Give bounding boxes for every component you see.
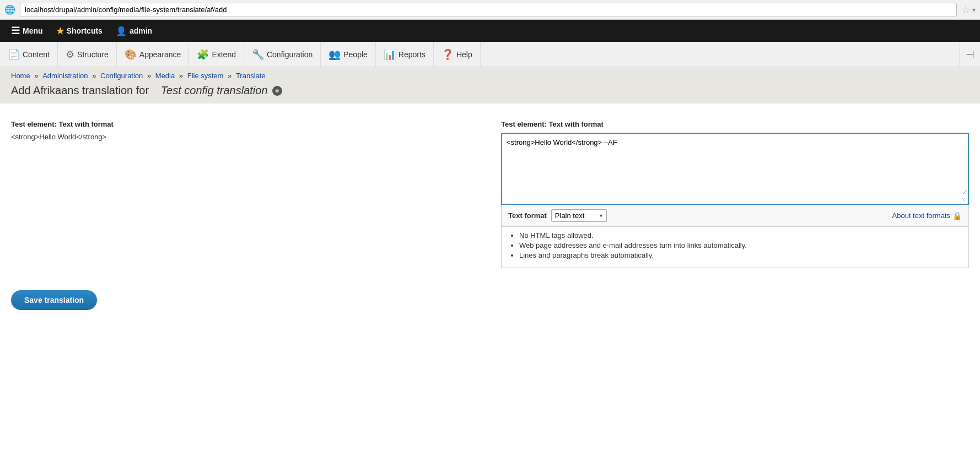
menu-item-content[interactable]: 📄 Content <box>0 42 58 67</box>
appearance-icon: 🎨 <box>125 48 137 61</box>
menu-item-extend[interactable]: 🧩 Extend <box>189 42 244 67</box>
about-text-formats-label: About text formats <box>892 211 951 220</box>
nav-bar: ☰ Menu ★ Shortcuts 👤 admin <box>0 20 980 42</box>
page-title: Add Afrikaans translation for Test confi… <box>11 84 969 97</box>
breadcrumb-translate[interactable]: Translate <box>236 72 266 80</box>
about-text-formats-link[interactable]: About text formats 🔒 <box>892 211 962 220</box>
breadcrumb-sep-3: » <box>147 72 153 80</box>
format-hint-1: No HTML tags allowed. <box>519 231 962 240</box>
extend-icon: 🧩 <box>197 48 209 61</box>
main-content: Test element: Text with format <strong>H… <box>0 104 980 327</box>
save-translation-button[interactable]: Save translation <box>11 290 97 310</box>
menu-bar: 📄 Content ⚙ Structure 🎨 Appearance 🧩 Ext… <box>0 42 980 67</box>
breadcrumb: Home » Administration » Configuration » … <box>11 72 969 80</box>
breadcrumb-configuration[interactable]: Configuration <box>100 72 143 80</box>
menu-item-reports-label: Reports <box>399 50 426 59</box>
structure-icon: ⚙ <box>66 48 74 61</box>
translation-field-label: Test element: Text with format <box>501 120 969 128</box>
reports-icon: 📊 <box>384 48 396 61</box>
shortcuts-nav-item[interactable]: ★ Shortcuts <box>50 20 109 42</box>
menu-item-appearance-label: Appearance <box>139 50 181 59</box>
page-title-italic: Test config translation <box>161 84 268 97</box>
menu-item-appearance[interactable]: 🎨 Appearance <box>117 42 190 67</box>
breadcrumb-media[interactable]: Media <box>155 72 175 80</box>
add-icon: + <box>272 86 282 96</box>
breadcrumb-administration[interactable]: Administration <box>42 72 88 80</box>
text-format-select-wrapper: Plain text Basic HTML Full HTML <box>551 209 607 222</box>
address-bar: 🌐 ☆ ▾ <box>0 0 980 20</box>
text-format-select[interactable]: Plain text Basic HTML Full HTML <box>551 209 607 222</box>
admin-label: admin <box>130 26 152 35</box>
original-field-label: Test element: Text with format <box>11 120 479 128</box>
menu-item-structure[interactable]: ⚙ Structure <box>58 42 117 67</box>
breadcrumb-sep-4: » <box>179 72 185 80</box>
menu-item-content-label: Content <box>23 50 50 59</box>
people-icon: 👥 <box>329 48 341 61</box>
menu-item-extend-label: Extend <box>212 50 236 59</box>
text-format-label: Text format <box>508 211 547 220</box>
collapse-button[interactable]: ⊣ <box>960 42 980 67</box>
menu-item-reports[interactable]: 📊 Reports <box>376 42 434 67</box>
lock-icon: 🔒 <box>952 211 962 220</box>
translation-field: Test element: Text with format <strong>H… <box>501 120 969 268</box>
globe-icon: 🌐 <box>4 4 15 15</box>
breadcrumb-home[interactable]: Home <box>11 72 30 80</box>
menu-item-people-label: People <box>343 50 368 59</box>
breadcrumb-sep-2: » <box>92 72 98 80</box>
menu-item-help[interactable]: ❓ Help <box>434 42 481 67</box>
menu-label: Menu <box>23 26 43 35</box>
original-field-value: <strong>Hello World</strong> <box>11 133 479 141</box>
text-format-bar: Text format Plain text Basic HTML Full H… <box>501 205 969 227</box>
translation-textarea[interactable]: <strong>Hello World</strong> –AF <box>502 134 968 194</box>
content-icon: 📄 <box>8 48 20 61</box>
url-input[interactable] <box>20 3 957 17</box>
admin-nav-item[interactable]: 👤 admin <box>109 20 159 42</box>
breadcrumb-sep-5: » <box>228 72 234 80</box>
configuration-icon: 🔧 <box>252 48 264 61</box>
breadcrumb-area: Home » Administration » Configuration » … <box>0 67 980 104</box>
translation-textarea-wrapper: <strong>Hello World</strong> –AF ⤡ <box>501 133 969 205</box>
breadcrumb-sep-1: » <box>34 72 40 80</box>
bookmark-icon[interactable]: ☆ <box>961 4 970 16</box>
menu-item-configuration-label: Configuration <box>267 50 313 59</box>
star-icon: ★ <box>56 26 64 36</box>
menu-item-configuration[interactable]: 🔧 Configuration <box>244 42 321 67</box>
resize-handle: ⤡ <box>502 196 968 204</box>
original-field: Test element: Text with format <strong>H… <box>11 120 479 268</box>
format-hint-2: Web page addresses and e-mail addresses … <box>519 241 962 249</box>
person-icon: 👤 <box>116 26 127 36</box>
shortcuts-label: Shortcuts <box>67 26 103 35</box>
menu-item-structure-label: Structure <box>77 50 109 59</box>
translation-grid: Test element: Text with format <strong>H… <box>11 120 969 268</box>
format-hint-3: Lines and paragraphs break automatically… <box>519 251 962 259</box>
help-icon: ❓ <box>441 48 454 61</box>
breadcrumb-file-system[interactable]: File system <box>187 72 224 80</box>
hamburger-icon: ☰ <box>11 25 20 37</box>
format-hints-list: No HTML tags allowed. Web page addresses… <box>508 231 962 259</box>
menu-item-help-label: Help <box>456 50 472 59</box>
menu-nav-item[interactable]: ☰ Menu <box>4 20 50 42</box>
page-title-prefix: Add Afrikaans translation for <box>11 84 149 97</box>
format-hints: No HTML tags allowed. Web page addresses… <box>501 227 969 268</box>
menu-item-people[interactable]: 👥 People <box>321 42 376 67</box>
dropdown-icon[interactable]: ▾ <box>972 6 976 14</box>
